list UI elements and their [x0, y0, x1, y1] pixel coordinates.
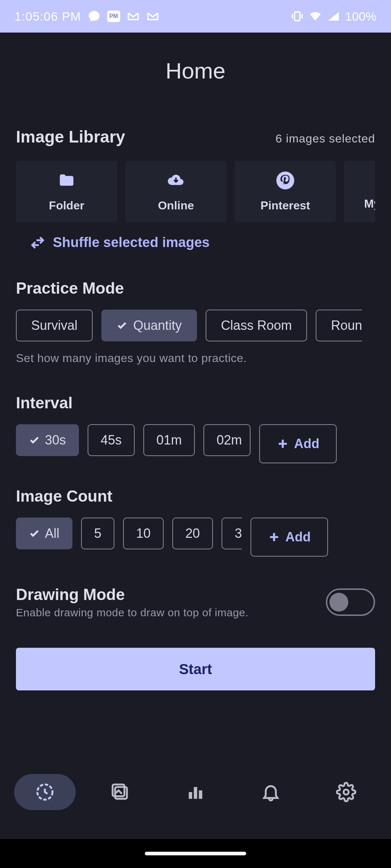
status-right: 100%	[291, 9, 377, 24]
interval-45s[interactable]: 45s	[88, 424, 135, 456]
count-all[interactable]: All	[16, 518, 72, 549]
toggle-knob	[329, 593, 348, 612]
count-10[interactable]: 10	[123, 518, 164, 549]
library-title: Image Library	[16, 127, 125, 146]
nav-stats[interactable]	[165, 774, 226, 810]
nav-pill[interactable]	[145, 852, 246, 855]
practice-mode-description: Set how many images you want to practice…	[16, 352, 375, 365]
svg-rect-6	[194, 787, 197, 799]
chat-icon	[88, 10, 101, 23]
gmail-icon	[127, 10, 140, 23]
svg-rect-7	[199, 790, 202, 799]
interval-title: Interval	[16, 394, 375, 412]
practice-mode-title: Practice Mode	[16, 279, 375, 297]
svg-rect-5	[189, 792, 192, 799]
cloud-download-icon	[165, 171, 187, 190]
shuffle-icon	[30, 235, 45, 250]
count-3[interactable]: 3	[222, 518, 242, 549]
interval-30s[interactable]: 30s	[16, 424, 79, 456]
image-count-options: All 5 10 20 3 Add	[16, 518, 375, 557]
library-card-label: Online	[158, 199, 194, 212]
drawing-mode-toggle[interactable]	[326, 588, 375, 616]
mode-quantity[interactable]: Quantity	[101, 310, 197, 341]
library-card-folder[interactable]: Folder	[16, 161, 117, 222]
nav-timer[interactable]	[14, 774, 76, 810]
count-add[interactable]: Add	[251, 518, 328, 557]
library-card-label: Pinterest	[261, 199, 310, 212]
app-icon: PM	[107, 10, 120, 22]
signal-icon	[327, 10, 340, 23]
drawing-mode-row: Drawing Mode Enable drawing mode to draw…	[16, 586, 375, 619]
library-card-label: My	[364, 197, 375, 210]
mode-survival[interactable]: Survival	[16, 310, 93, 341]
count-20[interactable]: 20	[172, 518, 213, 549]
library-cards[interactable]: Folder Online Pinterest My	[16, 161, 375, 222]
mode-classroom[interactable]: Class Room	[206, 310, 307, 341]
wifi-icon	[309, 10, 322, 23]
svg-rect-0	[295, 12, 300, 21]
bottom-nav	[0, 760, 391, 839]
library-card-label: Folder	[49, 199, 84, 212]
interval-02m[interactable]: 02m	[203, 424, 251, 456]
image-count-title: Image Count	[16, 487, 375, 505]
interval-add[interactable]: Add	[259, 424, 337, 463]
page-title: Home	[16, 58, 375, 84]
main-content: Home Image Library 6 images selected Fol…	[0, 33, 391, 760]
mode-rounds[interactable]: Roun	[316, 310, 362, 341]
shuffle-label: Shuffle selected images	[53, 235, 210, 250]
library-card-pinterest[interactable]: Pinterest	[235, 161, 336, 222]
system-nav-bar	[0, 839, 391, 868]
gmail-icon-2	[146, 10, 159, 23]
nav-gallery[interactable]	[89, 774, 151, 810]
vibrate-icon	[291, 10, 304, 23]
practice-mode-options: Survival Quantity Class Room Roun	[16, 310, 375, 341]
count-5[interactable]: 5	[81, 518, 114, 549]
library-card-online[interactable]: Online	[125, 161, 227, 222]
svg-point-1	[276, 171, 294, 190]
nav-notifications[interactable]	[240, 774, 302, 810]
drawing-mode-title: Drawing Mode	[16, 586, 248, 604]
start-button[interactable]: Start	[16, 648, 375, 690]
library-card-my[interactable]: My	[344, 161, 375, 222]
folder-icon	[56, 171, 77, 190]
library-header: Image Library 6 images selected	[16, 127, 375, 146]
status-time: 1:05:06 PM	[14, 9, 81, 24]
nav-settings[interactable]	[315, 774, 377, 810]
svg-point-8	[344, 790, 349, 795]
status-left: 1:05:06 PM PM	[14, 9, 159, 24]
interval-options: 30s 45s 01m 02m Add	[16, 424, 375, 463]
shuffle-button[interactable]: Shuffle selected images	[16, 235, 375, 250]
status-bar: 1:05:06 PM PM 100%	[0, 0, 391, 33]
selected-count: 6 images selected	[276, 132, 375, 145]
pinterest-icon	[274, 171, 296, 190]
interval-01m[interactable]: 01m	[143, 424, 195, 456]
battery-text: 100%	[345, 9, 377, 24]
drawing-mode-description: Enable drawing mode to draw on top of im…	[16, 607, 248, 619]
